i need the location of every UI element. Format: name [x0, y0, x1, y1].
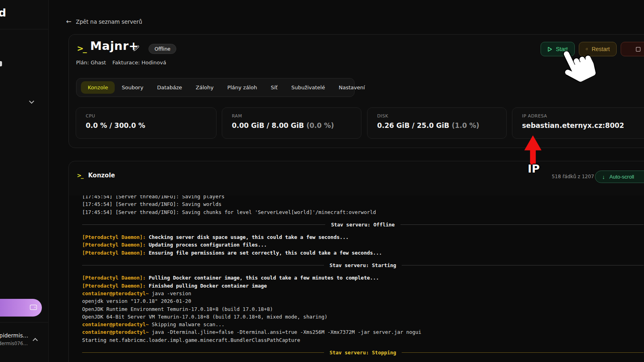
tab-sit[interactable]: Síť: [264, 81, 285, 94]
console-line: Starting net.fabricmc.loader.impl.game.m…: [82, 336, 644, 344]
wallet-icon: [30, 304, 37, 311]
stat-card-disk: DISK 0.26 GiB / 25.0 GiB (1.0 %): [367, 107, 507, 139]
console-line: [17:45:54] [Server thread/INFO]: Saving …: [82, 208, 644, 216]
sidebar-divider: [0, 29, 48, 29]
terminal-prompt-icon: >_: [77, 172, 83, 179]
autoscroll-label: Auto-scroll: [609, 174, 634, 180]
tab-soubory[interactable]: Soubory: [115, 81, 150, 94]
console-line: [17:45:54] [Server thread/INFO]: Saving …: [82, 200, 644, 208]
console-line: openjdk version "17.0.18" 2026-01-20: [82, 297, 644, 305]
tab-subuzivatele[interactable]: Subuživatelé: [285, 81, 332, 94]
console-line: [Pterodactyl Daemon]: Ensuring file perm…: [82, 249, 644, 257]
console-lines: [17:45:54] [Server thread/INFO]: Saving …: [82, 195, 644, 362]
server-subinfo: Plán: Ghast Fakturace: Hodinová: [76, 60, 166, 66]
console-line: container@pterodactyl~ java -Dterminal.j…: [82, 328, 644, 336]
sidebar: d epidermis… idermis076…: [0, 0, 49, 362]
tab-plany-zaloh[interactable]: Plány záloh: [221, 81, 264, 94]
console-terminal[interactable]: [17:45:54] [Server thread/INFO]: Saving …: [69, 195, 644, 362]
console-line: container@pterodactyl~ Skipping malware …: [82, 321, 644, 328]
tab-konzole[interactable]: Konzole: [81, 81, 115, 94]
app-logo-fragment: d: [0, 6, 6, 19]
console-line: [Pterodactyl Daemon]: Updating process c…: [82, 241, 644, 249]
stat-value: 0.26 GiB / 25.0 GiB (1.0 %): [377, 121, 497, 130]
stat-label: IP ADRESA: [522, 113, 644, 119]
sidebar-server-name: epidermis…: [0, 332, 48, 339]
stat-label: DISK: [377, 113, 497, 119]
console-line: [Pterodactyl Daemon]: Checking server di…: [82, 233, 644, 241]
autoscroll-button[interactable]: ↓ Auto-scroll: [595, 171, 644, 183]
chevron-down-icon[interactable]: [29, 99, 34, 104]
tab-databaze[interactable]: Databáze: [150, 81, 189, 94]
stat-card-cpu: CPU 0.0 % / 300.0 %: [76, 107, 217, 139]
console-line: container@pterodactyl~ java -version: [82, 290, 644, 297]
console-line: OpenJDK 64-Bit Server VM Temurin-17.0.18…: [82, 313, 644, 321]
play-icon: [547, 47, 552, 52]
back-link-label: Zpět na seznam serverů: [76, 19, 142, 25]
terminal-prompt-icon: >_: [77, 43, 86, 53]
console-card: >_ Konzole 518 řádků z 1207 ↓ Auto-scrol…: [68, 161, 644, 362]
sidebar-divider: [0, 322, 48, 323]
wallet-button[interactable]: [0, 299, 42, 317]
billing-label: Fakturace: Hodinová: [112, 60, 166, 66]
console-line: [17:45:54] [Server thread/INFO]: Saving …: [82, 195, 644, 200]
annotation-ip-label: IP: [522, 162, 546, 175]
console-line: OpenJDK Runtime Environment Temurin-17.0…: [82, 305, 644, 313]
status-badge: Offline: [149, 44, 176, 54]
arrow-down-icon: ↓: [602, 174, 605, 180]
tab-zalohy[interactable]: Zálohy: [189, 81, 220, 94]
status-divider: Stav serveru: Offline: [82, 221, 644, 228]
console-line: [Pterodactyl Daemon]: Pulling Docker con…: [82, 274, 644, 282]
plan-label: Plán: Ghast: [76, 60, 106, 66]
status-divider: Stav serveru: Starting: [82, 261, 644, 269]
edit-pencil-icon[interactable]: [133, 45, 140, 52]
sidebar-server-item[interactable]: epidermis… idermis076…: [0, 332, 48, 346]
console-title: Konzole: [88, 172, 115, 179]
restart-label: Restart: [592, 46, 610, 52]
back-arrow-icon: ←: [66, 18, 71, 25]
sidebar-partial-icon: [0, 61, 2, 66]
back-to-servers-link[interactable]: ← Zpět na seznam serverů: [66, 18, 142, 25]
stop-button[interactable]: [621, 42, 644, 56]
tab-nastaveni[interactable]: Nastavení: [332, 81, 372, 94]
stat-value: sebastian.eternyx.cz:8002: [522, 121, 644, 130]
stat-value: 0.0 % / 300.0 %: [86, 121, 206, 130]
annotation-arrow-icon: [523, 134, 543, 165]
stat-label: RAM: [232, 113, 351, 119]
stat-label: CPU: [86, 113, 206, 119]
tab-bar: Konzole Soubory Databáze Zálohy Plány zá…: [76, 78, 355, 97]
stat-card-ram: RAM 0.00 GiB / 8.00 GiB (0.0 %): [222, 107, 361, 139]
server-actions: Start Restart: [541, 42, 644, 56]
sidebar-server-id: idermis076…: [0, 341, 48, 346]
server-title: Majnr+: [90, 39, 139, 53]
status-divider: Stav serveru: Stopping: [82, 349, 644, 356]
console-line: [Pterodactyl Daemon]: Finished pulling D…: [82, 282, 644, 290]
stop-icon: [636, 47, 640, 51]
stat-value: 0.00 GiB / 8.00 GiB (0.0 %): [232, 121, 351, 130]
